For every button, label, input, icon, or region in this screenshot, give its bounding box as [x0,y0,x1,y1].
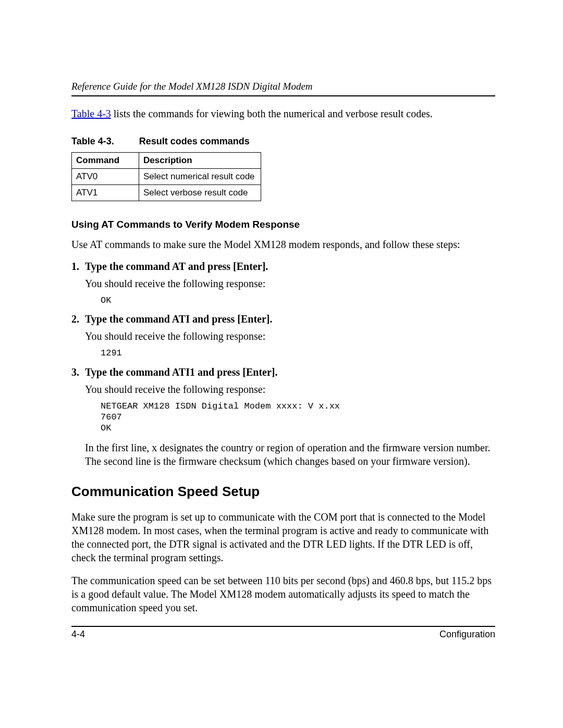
step-1: 1.Type the command AT and press [Enter]. [71,261,495,273]
speed-p2: The communication speed can be set betwe… [71,574,495,614]
table-row: ATV0 Select numerical result code [72,169,261,185]
header-rule [71,95,495,96]
cell-command: ATV0 [72,169,139,185]
footer-section-name: Configuration [439,629,495,640]
cell-command: ATV1 [72,185,139,201]
footer-page-number: 4-4 [71,629,85,640]
result-codes-table: Command Description ATV0 Select numerica… [71,152,261,201]
step-1-code: OK [101,295,495,306]
running-header: Reference Guide for the Model XM128 ISDN… [71,81,495,95]
step-number: 2. [71,313,85,325]
col-header-command: Command [72,153,139,169]
step-3-code: NETGEAR XM128 ISDN Digital Modem xxxx: V… [101,401,495,434]
footer-rule [71,626,495,627]
verify-lead: Use AT commands to make sure the Model X… [71,238,495,251]
step-3-body: You should receive the following respons… [85,384,495,396]
cell-description: Select verbose result code [139,185,261,201]
step-title: Type the command AT and press [Enter]. [85,261,268,272]
step-2-code: 1291 [101,348,495,359]
cell-description: Select numerical result code [139,169,261,185]
step-title: Type the command ATI1 and press [Enter]. [85,366,277,378]
table-header-row: Command Description [72,153,261,169]
document-page: Reference Guide for the Model XM128 ISDN… [0,0,563,728]
step-1-body: You should receive the following respons… [85,278,495,290]
verify-heading: Using AT Commands to Verify Modem Respon… [71,219,495,230]
table-caption-label: Table 4-3. [71,136,114,146]
col-header-description: Description [139,153,261,169]
speed-heading: Communication Speed Setup [71,484,495,500]
intro-paragraph: Table 4-3 lists the commands for viewing… [71,107,495,120]
step-number: 1. [71,261,85,273]
speed-p1: Make sure the program is set up to commu… [71,510,495,564]
table-caption-title: Result codes commands [139,136,250,146]
table-row: ATV1 Select verbose result code [72,185,261,201]
verify-after-note: In the first line, x designates the coun… [85,441,495,468]
step-2: 2.Type the command ATI and press [Enter]… [71,313,495,325]
step-2-body: You should receive the following respons… [85,330,495,342]
step-title: Type the command ATI and press [Enter]. [85,313,272,325]
intro-text: lists the commands for viewing both the … [111,108,433,119]
step-3: 3.Type the command ATI1 and press [Enter… [71,366,495,378]
page-footer: 4-4 Configuration [71,629,495,640]
step-number: 3. [71,366,85,378]
table-ref-link[interactable]: Table 4-3 [71,108,111,119]
table-caption: Table 4-3.Result codes commands [71,136,495,147]
